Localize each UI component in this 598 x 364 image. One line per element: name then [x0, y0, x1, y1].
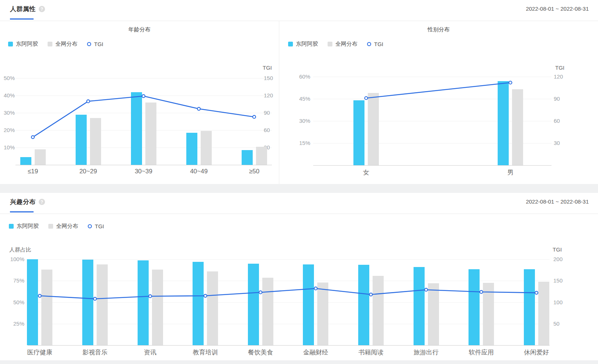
x-axis-category-label: 书籍阅读 — [345, 348, 397, 357]
y-axis-tick-label: 25% — [0, 320, 24, 327]
tgi-ring-icon — [367, 42, 371, 46]
x-axis-category-label: 软件应用 — [456, 348, 507, 357]
x-axis-category-label: 资讯 — [124, 348, 176, 357]
y-axis-tick-label: 10% — [0, 144, 15, 151]
gridline — [15, 113, 272, 113]
legend-item-tgi[interactable]: TGI — [87, 41, 103, 47]
gender-distribution-chart: 性别分布东阿阿胶全网分布TGI60%12045%9030%6015%30TGI女… — [279, 21, 598, 184]
series-swatch-icon — [8, 42, 13, 46]
brand-bar — [82, 260, 93, 345]
y-axis-tick-label: 75% — [0, 277, 24, 284]
network-bar — [317, 282, 328, 345]
help-icon[interactable]: ? — [39, 6, 45, 12]
tgi-data-point — [480, 291, 483, 294]
legend-item-network[interactable]: 全网分布 — [48, 223, 78, 230]
brand-bar — [27, 259, 38, 345]
x-axis-category-label: 影视音乐 — [69, 348, 121, 357]
audience-analytics-page: 人群属性 ? 2022-08-01 ~ 2022-08-31 年龄分布东阿阿胶全… — [0, 0, 598, 364]
brand-bar — [242, 150, 253, 165]
legend-item-network[interactable]: 全网分布 — [48, 41, 77, 48]
interest-distribution-chart: 东阿阿胶全网分布TGI100%20075%15050%10025%50TGI人群… — [0, 214, 598, 360]
network-bar — [35, 149, 46, 165]
interests-header: 兴趣分布 ? 2022-08-01 ~ 2022-08-31 — [0, 193, 598, 214]
x-axis-category-label: 教育培训 — [180, 348, 231, 357]
legend-label: 东阿阿胶 — [296, 41, 318, 48]
right-axis-tick-label: 200 — [553, 256, 572, 263]
right-axis-tick-label: 50 — [553, 320, 572, 327]
legend-item-brand[interactable]: 东阿阿胶 — [288, 41, 318, 48]
y-axis-tick-label: 100% — [0, 256, 24, 263]
tgi-data-point — [509, 81, 512, 84]
legend-label: 全网分布 — [55, 41, 77, 48]
network-bar — [428, 283, 439, 345]
demographics-charts-row: 年龄分布东阿阿胶全网分布TGI50%15040%12030%9020%6010%… — [0, 21, 598, 184]
y-axis-tick-label: 45% — [279, 96, 310, 102]
network-bar — [201, 131, 212, 165]
legend-item-brand[interactable]: 东阿阿胶 — [9, 223, 39, 230]
chart-legend: 东阿阿胶全网分布TGI — [288, 40, 383, 48]
x-axis-category-label: 男 — [485, 168, 536, 177]
series-swatch-icon — [9, 224, 14, 229]
network-bar — [538, 282, 549, 345]
network-bar — [368, 93, 379, 165]
tgi-data-point — [93, 297, 96, 300]
x-axis-category-label: 休闲爱好 — [511, 348, 562, 357]
network-bar — [97, 264, 108, 345]
section-title-demographics: 人群属性 — [10, 5, 36, 13]
tgi-data-point — [204, 294, 207, 297]
gridline — [313, 77, 552, 77]
active-tab-underline — [10, 211, 34, 212]
network-bar — [256, 147, 267, 165]
tgi-data-point — [149, 295, 152, 298]
legend-label: 全网分布 — [335, 41, 357, 48]
right-axis-tick-label: 60 — [554, 118, 572, 124]
x-axis-category-label: 医疗健康 — [14, 348, 66, 357]
right-axis-name: TGI — [263, 65, 272, 71]
section-separator — [0, 184, 598, 193]
y-axis-tick-label: 50% — [0, 75, 15, 82]
tgi-ring-icon — [88, 224, 92, 228]
legend-label: 东阿阿胶 — [16, 41, 38, 48]
brand-bar — [414, 267, 425, 345]
tgi-data-point — [314, 287, 317, 290]
tgi-data-point — [31, 136, 34, 139]
legend-item-tgi[interactable]: TGI — [367, 41, 383, 47]
brand-bar — [353, 100, 364, 165]
brand-bar — [138, 260, 149, 345]
date-range: 2022-08-01 ~ 2022-08-31 — [526, 6, 589, 12]
x-axis-line — [313, 165, 552, 166]
series-swatch-icon — [48, 224, 53, 229]
legend-label: TGI — [374, 41, 383, 47]
tgi-data-point — [38, 294, 41, 297]
gridline — [15, 96, 272, 96]
right-axis-tick-label: 100 — [553, 299, 572, 306]
x-axis-category-label: 40~49 — [173, 168, 225, 175]
active-tab-underline — [10, 18, 34, 20]
x-axis-line — [28, 345, 550, 346]
y-axis-tick-label: 60% — [279, 73, 310, 80]
y-axis-tick-label: 20% — [0, 127, 15, 134]
tgi-data-point — [425, 288, 428, 291]
y-axis-tick-label: 30% — [0, 110, 15, 116]
brand-bar — [498, 81, 509, 165]
brand-bar — [131, 92, 142, 165]
x-axis-category-label: ≥50 — [228, 168, 280, 175]
tgi-data-point — [197, 107, 200, 110]
help-icon[interactable]: ? — [39, 199, 45, 205]
gridline — [15, 78, 272, 79]
y-axis-tick-label: 15% — [279, 140, 310, 146]
section-interests: 兴趣分布 ? 2022-08-01 ~ 2022-08-31 东阿阿胶全网分布T… — [0, 193, 598, 360]
legend-item-tgi[interactable]: TGI — [88, 223, 104, 229]
section-demographics: 人群属性 ? 2022-08-01 ~ 2022-08-31 年龄分布东阿阿胶全… — [0, 0, 598, 184]
y-axis-tick-label: 40% — [0, 92, 15, 99]
legend-item-network[interactable]: 全网分布 — [328, 41, 357, 48]
network-bar — [207, 271, 218, 345]
legend-item-brand[interactable]: 东阿阿胶 — [8, 41, 38, 48]
chart-legend: 东阿阿胶全网分布TGI — [8, 40, 103, 48]
series-swatch-icon — [288, 42, 293, 46]
legend-label: 东阿阿胶 — [17, 223, 39, 230]
demographics-header: 人群属性 ? 2022-08-01 ~ 2022-08-31 — [0, 0, 598, 21]
network-bar — [152, 270, 163, 345]
brand-bar — [524, 269, 535, 345]
gridline — [15, 130, 272, 131]
